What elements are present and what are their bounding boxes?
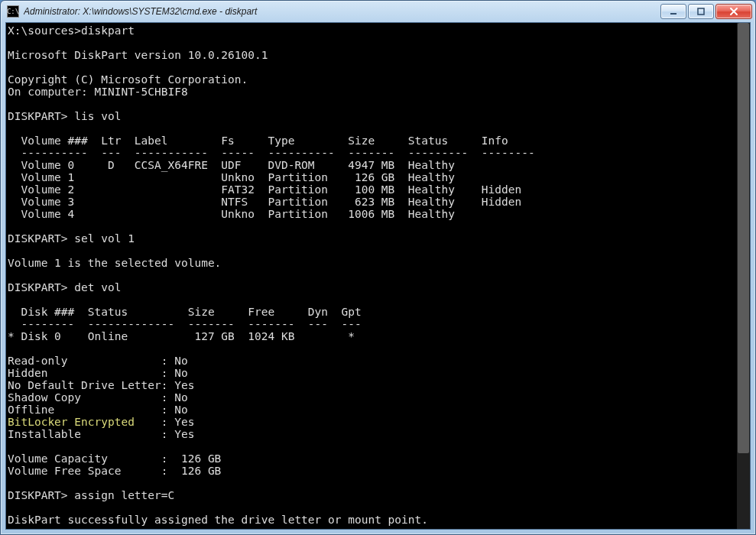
maximize-icon [696, 7, 706, 16]
window-title: Administrator: X:\windows\SYSTEM32\cmd.e… [24, 6, 656, 17]
client-area: X:\sources>diskpart Microsoft DiskPart v… [5, 22, 751, 530]
svg-rect-0 [670, 13, 677, 15]
minimize-icon [669, 7, 678, 16]
close-icon [728, 7, 739, 16]
window-buttons [660, 4, 752, 19]
scrollbar-track[interactable] [737, 23, 750, 529]
svg-rect-1 [698, 8, 704, 15]
maximize-button[interactable] [688, 4, 714, 19]
titlebar[interactable]: C:\ Administrator: X:\windows\SYSTEM32\c… [1, 1, 755, 22]
cmd-window: C:\ Administrator: X:\windows\SYSTEM32\c… [0, 0, 756, 535]
close-button[interactable] [715, 4, 752, 19]
terminal-output[interactable]: X:\sources>diskpart Microsoft DiskPart v… [6, 23, 737, 529]
cmd-icon: C:\ [7, 5, 19, 18]
scrollbar-thumb[interactable] [738, 23, 749, 453]
minimize-button[interactable] [660, 4, 686, 19]
vertical-scrollbar[interactable] [737, 23, 750, 529]
